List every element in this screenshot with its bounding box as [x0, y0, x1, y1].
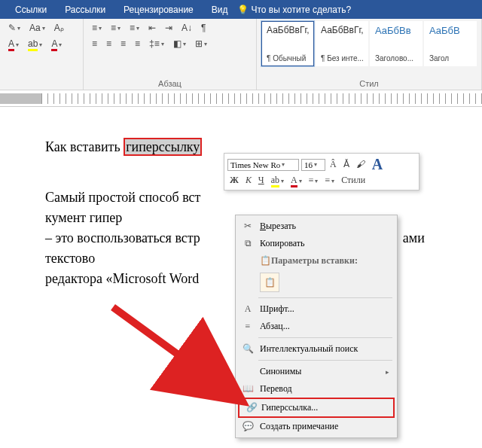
mini-bold-button[interactable]: Ж — [227, 175, 241, 186]
font-color2-button[interactable]: A▾ — [47, 37, 66, 53]
scissors-icon: ✂ — [242, 221, 254, 233]
ribbon-tabs: Ссылки Рассылки Рецензирование Вид 💡 Что… — [0, 0, 482, 19]
chevron-right-icon: ▸ — [386, 368, 389, 376]
context-menu: ✂ВВырезатьырезать ⧉Копировать 📋Параметры… — [235, 215, 398, 438]
align-right-button[interactable]: ≡ — [117, 37, 130, 50]
justify-button[interactable]: ≡ — [131, 37, 144, 50]
font-group: ✎▾ Aa▾ Aᵨ A▾ ab▾ A▾ — [0, 19, 84, 90]
tab-links[interactable]: Ссылки — [6, 5, 56, 15]
ctx-paste-options: 📋 — [236, 270, 397, 295]
paste-icon: 📋 — [260, 255, 271, 266]
mini-underline-button[interactable]: Ч — [256, 175, 267, 186]
highlight-button[interactable]: ab▾ — [24, 37, 46, 53]
ctx-font[interactable]: AШрифт... — [236, 300, 397, 318]
tab-view[interactable]: Вид — [203, 5, 237, 15]
styles-group-label: Стил — [257, 79, 481, 88]
styles-group: АаБбВвГг, ¶ Обычный АаБбВвГг, ¶ Без инте… — [257, 19, 482, 90]
sort-button[interactable]: A↓ — [178, 21, 196, 35]
ctx-separator — [258, 297, 392, 298]
ctx-hyperlink[interactable]: 🔗Гиперссылка... — [238, 398, 395, 418]
align-center-button[interactable]: ≡ — [102, 37, 115, 50]
line-spacing-button[interactable]: ‡≡▾ — [145, 37, 168, 50]
font-icon: A — [242, 303, 254, 315]
copy-icon: ⧉ — [242, 238, 254, 250]
ctx-paragraph[interactable]: ≡Абзац... — [236, 318, 397, 335]
link-icon: 🔗 — [246, 402, 258, 414]
style-normal[interactable]: АаБбВвГг, ¶ Обычный — [261, 21, 314, 66]
numbering-button[interactable]: ≡▾ — [107, 21, 124, 35]
style-heading2[interactable]: АаБбВ Загол — [424, 21, 477, 66]
grow-font-button[interactable]: Â — [328, 159, 339, 170]
show-marks-button[interactable]: ¶ — [197, 21, 209, 35]
search-icon: 🔍 — [242, 343, 254, 355]
ctx-separator — [258, 360, 392, 361]
mini-highlight-button[interactable]: ab▾ — [269, 175, 286, 186]
tell-me-text: Что вы хотите сделать? — [252, 5, 352, 15]
ruler-ticks — [41, 93, 482, 104]
translate-icon: 📖 — [242, 383, 254, 395]
borders-button[interactable]: ⊞▾ — [191, 37, 211, 50]
ctx-translate[interactable]: 📖Перевод — [236, 380, 397, 398]
ctx-paste-header: 📋Параметры вставки: — [236, 252, 397, 270]
comment-icon: 💬 — [242, 421, 254, 433]
paragraph-group: ≡▾ ≡▾ ≡▾ ⇤ ⇥ A↓ ¶ ≡ ≡ ≡ ≡ ‡≡▾ ◧▾ ⊞▾ Абза… — [84, 19, 257, 90]
ruler[interactable] — [0, 90, 482, 107]
selected-text[interactable]: гиперссылку — [124, 138, 202, 156]
paste-keep-source-button[interactable]: 📋 — [260, 273, 279, 292]
mini-fontcolor-button[interactable]: A▾ — [288, 175, 304, 186]
style-heading1[interactable]: АаБбВв Заголово... — [370, 21, 423, 66]
clear-format-button[interactable]: ✎▾ — [5, 21, 24, 35]
font-color-button[interactable]: A▾ — [5, 37, 23, 53]
mini-font-select[interactable]: Times New Ro▾ — [227, 159, 299, 171]
ribbon: ✎▾ Aa▾ Aᵨ A▾ ab▾ A▾ ≡▾ ≡▾ ≡▾ ⇤ ⇥ A↓ ¶ ≡ … — [0, 19, 482, 90]
ctx-cut[interactable]: ✂ВВырезатьырезать — [236, 218, 397, 235]
multilevel-button[interactable]: ≡▾ — [126, 21, 143, 35]
svg-line-0 — [113, 307, 237, 398]
bullets-button[interactable]: ≡▾ — [88, 21, 105, 35]
mini-italic-button[interactable]: К — [243, 175, 254, 186]
mini-toolbar: Times New Ro▾ 16▾ Â Ǎ 🖌 A Ж К Ч ab▾ A▾… — [224, 153, 419, 190]
indent-inc-button[interactable]: ⇥ — [161, 21, 176, 35]
tell-me[interactable]: 💡 Что вы хотите сделать? — [237, 5, 352, 15]
ruler-margin — [0, 93, 41, 104]
bulb-icon: 💡 — [237, 5, 249, 15]
align-left-button[interactable]: ≡ — [88, 37, 101, 50]
style-nospacing[interactable]: АаБбВвГг, ¶ Без инте... — [316, 21, 368, 66]
mini-bullets-button[interactable]: ≡▾ — [307, 175, 321, 186]
shrink-font-button[interactable]: Ǎ — [341, 159, 352, 170]
mini-size-select[interactable]: 16▾ — [301, 159, 325, 171]
change-case-button[interactable]: Aa▾ — [26, 21, 49, 35]
ctx-comment[interactable]: 💬Создать примечание — [236, 418, 397, 435]
tab-review[interactable]: Рецензирование — [114, 5, 203, 15]
ctx-separator — [258, 337, 392, 338]
mini-styles-label[interactable]: Стили — [339, 175, 368, 186]
paragraph-group-label: Абзац — [84, 79, 256, 88]
tab-mailings[interactable]: Рассылки — [56, 5, 114, 15]
format-painter-button[interactable]: 🖌 — [354, 159, 368, 170]
clear-all-button[interactable]: Aᵨ — [50, 21, 68, 35]
ctx-copy[interactable]: ⧉Копировать — [236, 235, 397, 252]
shading-button[interactable]: ◧▾ — [169, 37, 190, 50]
indent-dec-button[interactable]: ⇤ — [145, 21, 160, 35]
styles-button[interactable]: A — [370, 156, 385, 173]
ctx-synonyms[interactable]: Синонимы▸ — [236, 363, 397, 380]
paragraph-icon: ≡ — [242, 321, 254, 333]
mini-numbering-button[interactable]: ≡▾ — [322, 175, 337, 186]
ctx-smart-search[interactable]: 🔍Интеллектуальный поиск — [236, 340, 397, 358]
